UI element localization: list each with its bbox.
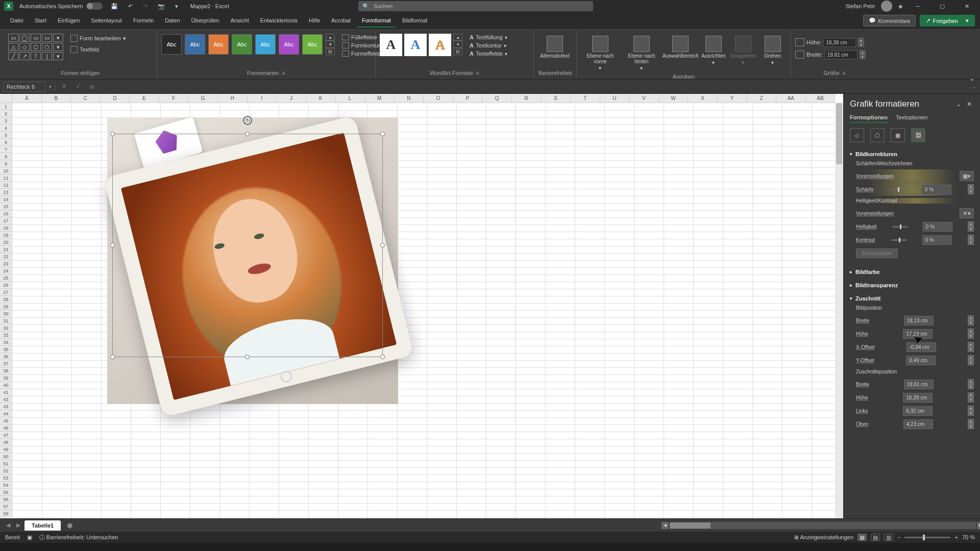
resize-handle[interactable]: [110, 132, 115, 136]
column-header[interactable]: A: [12, 94, 42, 103]
shape-icon[interactable]: ▾: [53, 43, 63, 51]
row-header[interactable]: 24: [0, 267, 12, 274]
tab-acrobat[interactable]: Acrobat: [326, 14, 356, 28]
row-header[interactable]: 2: [0, 110, 12, 117]
user-avatar[interactable]: [881, 1, 892, 12]
shape-style[interactable]: Abc: [232, 34, 252, 55]
row-header[interactable]: 7: [0, 146, 12, 153]
column-header[interactable]: AA: [776, 94, 806, 103]
zoom-out-icon[interactable]: −: [897, 534, 900, 540]
row-header[interactable]: 51: [0, 460, 12, 467]
tab-textoptionen[interactable]: Textoptionen: [896, 114, 927, 123]
pic-height-input[interactable]: [903, 329, 933, 339]
width-field[interactable]: Breite:▴▾: [795, 50, 866, 59]
column-header[interactable]: X: [688, 94, 718, 103]
gallery-more-icon[interactable]: ⊟: [453, 48, 462, 55]
row-header[interactable]: 28: [0, 296, 12, 303]
row-header[interactable]: 5: [0, 132, 12, 139]
select-all-button[interactable]: [0, 94, 12, 103]
contrast-input[interactable]: [922, 235, 952, 245]
brightness-input[interactable]: [923, 222, 952, 232]
row-header[interactable]: 37: [0, 360, 12, 367]
shape-style[interactable]: Abc: [208, 34, 229, 55]
spin-down-icon[interactable]: ▾: [860, 55, 866, 59]
crop-left-input[interactable]: [903, 406, 933, 416]
tab-split-handle[interactable]: ⋮: [656, 522, 662, 529]
view-pagelayout-icon[interactable]: ▤: [871, 534, 880, 541]
undo-icon[interactable]: ↶: [126, 3, 135, 10]
tab-daten[interactable]: Daten: [160, 14, 185, 28]
text-effects-button[interactable]: ATexteffekte ▾: [468, 50, 509, 57]
row-header[interactable]: 36: [0, 353, 12, 360]
section-bildfarbe[interactable]: ▸Bildfarbe: [850, 267, 974, 277]
row-header[interactable]: 40: [0, 382, 12, 389]
crop-top-input[interactable]: [903, 419, 933, 429]
row-header[interactable]: 33: [0, 332, 12, 339]
diamond-icon[interactable]: ◈: [898, 3, 902, 10]
row-header[interactable]: 4: [0, 124, 12, 132]
rotation-handle[interactable]: [243, 116, 252, 125]
wordart-style[interactable]: A: [380, 34, 402, 56]
row-header[interactable]: 29: [0, 303, 12, 310]
column-header[interactable]: G: [188, 94, 218, 103]
row-header[interactable]: 27: [0, 289, 12, 296]
column-header[interactable]: R: [512, 94, 542, 103]
row-header[interactable]: 8: [0, 153, 12, 160]
chevron-down-icon[interactable]: ▾: [962, 17, 969, 24]
textbox-button[interactable]: Textfeld: [68, 45, 128, 54]
row-header[interactable]: 44: [0, 410, 12, 417]
column-header[interactable]: K: [306, 94, 336, 103]
column-header[interactable]: V: [629, 94, 659, 103]
row-header[interactable]: 17: [0, 217, 12, 224]
row-header[interactable]: 45: [0, 417, 12, 424]
crop-height-input[interactable]: [903, 393, 933, 403]
column-header[interactable]: AB: [806, 94, 836, 103]
align-button[interactable]: Ausrichten▾: [700, 34, 727, 67]
tab-formformat[interactable]: Formformat: [357, 14, 396, 28]
resize-handle[interactable]: [380, 355, 385, 359]
wordart-style[interactable]: A: [429, 34, 451, 56]
row-header[interactable]: 41: [0, 389, 12, 396]
rotate-button[interactable]: Drehen▾: [759, 34, 787, 67]
row-header[interactable]: 12: [0, 182, 12, 189]
row-header[interactable]: 1: [0, 103, 12, 110]
shape-icon[interactable]: △: [8, 43, 18, 51]
column-header[interactable]: T: [571, 94, 600, 103]
column-header[interactable]: F: [159, 94, 189, 103]
text-outline-button[interactable]: ATextkontur ▾: [468, 42, 509, 49]
section-bildkorrekturen[interactable]: ▾Bildkorrekturen: [850, 149, 974, 159]
column-header[interactable]: J: [277, 94, 306, 103]
column-header[interactable]: U: [600, 94, 630, 103]
sharpness-slider[interactable]: [890, 189, 905, 190]
collapse-ribbon-icon[interactable]: ⌄: [969, 74, 975, 82]
row-header[interactable]: 48: [0, 439, 12, 446]
row-header[interactable]: 57: [0, 503, 12, 510]
row-header[interactable]: 34: [0, 339, 12, 346]
row-header[interactable]: 49: [0, 446, 12, 453]
shape-icon[interactable]: ▭: [8, 34, 18, 42]
scrollbar-thumb[interactable]: [836, 103, 842, 164]
sheet-tab-tabelle1[interactable]: Tabelle1: [24, 520, 61, 531]
name-box[interactable]: [3, 82, 46, 92]
column-header[interactable]: H: [218, 94, 248, 103]
column-header[interactable]: E: [130, 94, 159, 103]
tab-formeln[interactable]: Formeln: [128, 14, 159, 28]
shape-style[interactable]: Abc: [302, 34, 323, 55]
row-header[interactable]: 9: [0, 160, 12, 167]
row-header[interactable]: 31: [0, 317, 12, 324]
row-header[interactable]: 6: [0, 139, 12, 146]
inserted-picture[interactable]: [107, 117, 398, 404]
sharpness-input[interactable]: [922, 185, 951, 194]
row-header[interactable]: 16: [0, 210, 12, 217]
row-header[interactable]: 32: [0, 324, 12, 332]
column-header[interactable]: M: [365, 94, 395, 103]
shape-icon[interactable]: ⬡: [31, 43, 41, 51]
column-header[interactable]: C: [71, 94, 101, 103]
maximize-button[interactable]: ▢: [933, 0, 951, 12]
sheet-nav-prev-icon[interactable]: ◀: [4, 522, 12, 529]
row-header[interactable]: 25: [0, 274, 12, 282]
presets-bc-button[interactable]: ☀▾: [960, 208, 974, 218]
brightness-slider[interactable]: [892, 226, 908, 228]
redo-icon[interactable]: ↷: [141, 3, 150, 10]
column-header[interactable]: S: [541, 94, 571, 103]
